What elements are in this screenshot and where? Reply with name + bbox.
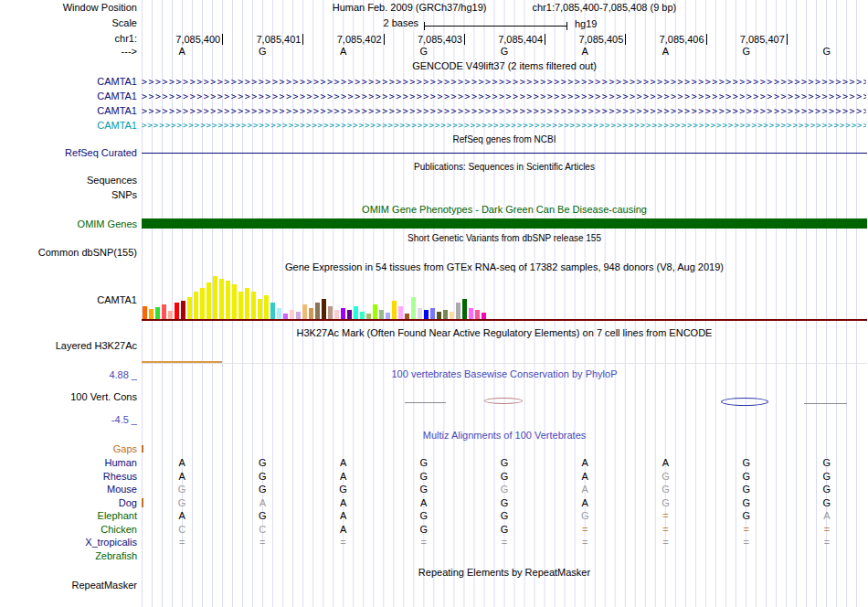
gtex-expression-bar[interactable] (430, 308, 435, 319)
gencode-transcript-3[interactable]: >>>>>>>>>>>>>>>>>>>>>>>>>>>>>>>>>>>>>>>>… (142, 105, 866, 117)
gtex-expression-bar[interactable] (270, 303, 275, 319)
species-label-mouse[interactable]: Mouse (107, 484, 137, 495)
track-label-snps[interactable]: SNPs (111, 189, 137, 201)
gtex-expression-bar[interactable] (290, 310, 294, 319)
gtex-expression-bar[interactable] (347, 310, 352, 319)
h3k27ac-signal-segment[interactable] (142, 361, 222, 363)
species-label-x_tropicalis[interactable]: X_tropicalis (85, 537, 137, 548)
gtex-expression-bar[interactable] (411, 297, 416, 319)
gtex-expression-bar[interactable] (482, 313, 486, 319)
gtex-expression-bar[interactable] (162, 304, 166, 319)
gtex-expression-bar[interactable] (251, 292, 256, 319)
gtex-expression-bar[interactable] (219, 279, 224, 319)
gtex-expression-bar[interactable] (418, 308, 422, 319)
track-label-common-dbsnp[interactable]: Common dbSNP(155) (38, 247, 137, 259)
gencode-item-label-3[interactable]: CAMTA1 (97, 105, 137, 117)
gtex-expression-bar[interactable] (462, 299, 467, 319)
gtex-expression-bar[interactable] (386, 313, 390, 319)
refseq-gene-line[interactable] (142, 153, 867, 154)
gtex-expression-bar[interactable] (258, 299, 262, 319)
header-title: Human Feb. 2009 (GRCh37/hg19)chr1:7,085,… (142, 2, 867, 14)
gtex-expression-bar[interactable] (456, 303, 460, 319)
gtex-expression-bar[interactable] (315, 303, 320, 319)
track-label-layered-h3k27ac[interactable]: Layered H3K27Ac (56, 340, 137, 352)
track-label-sequences[interactable]: Sequences (87, 175, 137, 186)
phylop-mark[interactable] (405, 402, 446, 403)
gtex-expression-bar[interactable] (360, 312, 365, 319)
gencode-transcript-1[interactable]: >>>>>>>>>>>>>>>>>>>>>>>>>>>>>>>>>>>>>>>>… (142, 76, 866, 88)
gencode-transcript-4[interactable]: >>>>>>>>>>>>>>>>>>>>>>>>>>>>>>>>>>>>>>>>… (142, 120, 866, 132)
alignment-base: G (419, 524, 428, 536)
dog-insertion-tick[interactable] (142, 498, 143, 507)
gtex-expression-bar[interactable] (232, 284, 237, 319)
species-label-zebrafish[interactable]: Zebrafish (95, 550, 137, 562)
gtex-expression-bar[interactable] (354, 306, 358, 319)
gtex-expression-bar[interactable] (283, 314, 288, 319)
gtex-expression-bar[interactable] (213, 276, 217, 319)
gtex-expression-bar[interactable] (200, 288, 205, 319)
gtex-expression-bar[interactable] (181, 301, 185, 319)
multiz-track-title: Multiz Alignments of 100 Vertebrates (142, 430, 867, 442)
gtex-expression-bar[interactable] (398, 306, 403, 319)
gtex-expression-bar[interactable] (341, 308, 345, 319)
track-label-gaps[interactable]: Gaps (113, 443, 137, 455)
gtex-expression-bar[interactable] (475, 310, 480, 319)
species-label-human[interactable]: Human (105, 457, 137, 469)
gtex-expression-bar[interactable] (302, 304, 307, 319)
track-label-100-vert-cons[interactable]: 100 Vert. Cons (70, 391, 137, 403)
gtex-expression-bar[interactable] (194, 292, 198, 319)
species-label-chicken[interactable]: Chicken (101, 524, 137, 536)
track-label-repeatmasker[interactable]: RepeatMasker (71, 580, 137, 591)
track-label-omim-genes[interactable]: OMIM Genes (78, 218, 137, 230)
gtex-expression-bar[interactable] (437, 312, 441, 319)
ruler-tick (625, 34, 626, 45)
gtex-expression-bar[interactable] (328, 306, 333, 319)
alignment-base: A (340, 457, 346, 469)
gtex-expression-bar[interactable] (450, 312, 454, 319)
gtex-expression-bar[interactable] (296, 312, 301, 319)
gaps-insertion-tick[interactable] (142, 445, 143, 453)
gtex-expression-bar[interactable] (143, 306, 147, 319)
gtex-expression-bar[interactable] (149, 309, 153, 319)
gtex-expression-bar[interactable] (168, 311, 173, 319)
omim-gene-bar[interactable] (142, 218, 867, 229)
gtex-expression-bar[interactable] (238, 292, 243, 319)
gtex-expression-bar[interactable] (277, 308, 281, 319)
species-label-rhesus[interactable]: Rhesus (103, 471, 137, 483)
phylop-mark[interactable] (721, 398, 768, 406)
gtex-expression-bar[interactable] (392, 301, 397, 319)
alignment-base: A (259, 497, 266, 509)
phylop-mark[interactable] (484, 398, 523, 404)
gtex-expression-bar[interactable] (206, 282, 211, 319)
gtex-expression-bar[interactable] (334, 310, 339, 319)
gencode-item-label-4[interactable]: CAMTA1 (97, 120, 137, 132)
alignment-base: A (582, 497, 588, 509)
track-label-gtex-gene[interactable]: CAMTA1 (97, 294, 137, 306)
gencode-transcript-2[interactable]: >>>>>>>>>>>>>>>>>>>>>>>>>>>>>>>>>>>>>>>>… (142, 91, 866, 102)
alignment-base: G (742, 497, 750, 509)
gtex-expression-bar[interactable] (405, 314, 409, 319)
gtex-expression-bar[interactable] (379, 310, 384, 319)
gtex-expression-bar[interactable] (366, 314, 371, 319)
gtex-expression-bar[interactable] (373, 304, 377, 319)
track-label-refseq-curated[interactable]: RefSeq Curated (65, 147, 137, 159)
species-label-dog[interactable]: Dog (119, 497, 137, 509)
gtex-expression-bar[interactable] (322, 299, 326, 319)
alignment-base: G (581, 510, 589, 522)
alignment-base: = (502, 537, 507, 548)
gtex-expression-bar[interactable] (175, 303, 179, 319)
gencode-item-label-2[interactable]: CAMTA1 (97, 91, 137, 102)
gtex-expression-bar[interactable] (226, 281, 230, 319)
gtex-expression-bar[interactable] (443, 310, 448, 319)
ruler-tick (787, 34, 788, 45)
phylop-mark[interactable] (804, 403, 847, 404)
gtex-expression-bar[interactable] (155, 307, 160, 319)
gtex-expression-bar[interactable] (264, 295, 269, 319)
gtex-expression-bar[interactable] (424, 310, 429, 319)
gtex-expression-bar[interactable] (309, 308, 313, 319)
species-label-elephant[interactable]: Elephant (98, 510, 137, 522)
gencode-item-label-1[interactable]: CAMTA1 (97, 76, 137, 88)
gtex-expression-bar[interactable] (245, 288, 249, 319)
gtex-expression-bar[interactable] (469, 308, 473, 319)
gtex-expression-bar[interactable] (187, 297, 192, 319)
